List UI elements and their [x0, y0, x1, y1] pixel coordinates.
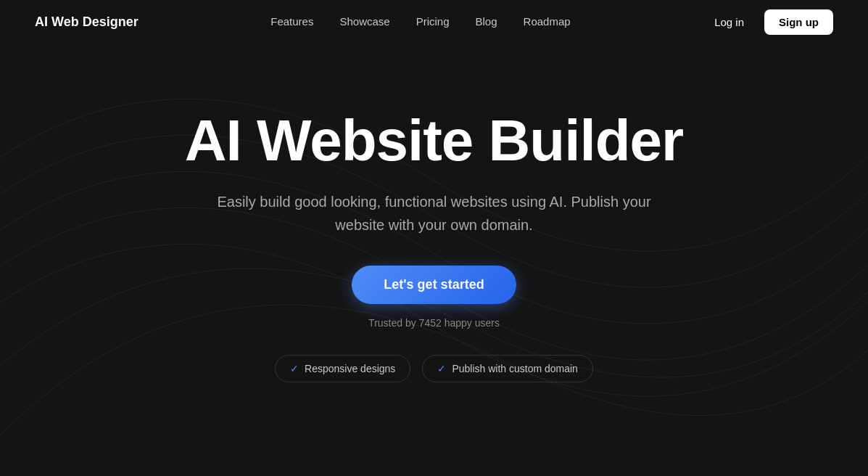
check-icon-responsive: ✓ — [290, 363, 299, 374]
nav-link-roadmap[interactable]: Roadmap — [524, 15, 571, 28]
hero-title: AI Website Builder — [185, 109, 683, 173]
nav-actions: Log in Sign up — [703, 9, 833, 35]
badge-responsive-label: Responsive designs — [305, 363, 395, 374]
nav-link-blog[interactable]: Blog — [476, 15, 497, 28]
nav-link-showcase[interactable]: Showcase — [339, 15, 389, 28]
badge-domain-label: Publish with custom domain — [452, 363, 578, 374]
badge-responsive: ✓ Responsive designs — [275, 355, 410, 382]
login-button[interactable]: Log in — [703, 10, 756, 34]
nav-link-pricing[interactable]: Pricing — [416, 15, 450, 28]
hero-subtitle: Easily build good looking, functional we… — [217, 190, 652, 237]
signup-button[interactable]: Sign up — [764, 9, 833, 35]
cta-button[interactable]: Let's get started — [352, 266, 516, 304]
feature-badges: ✓ Responsive designs ✓ Publish with cust… — [275, 355, 593, 382]
nav-link-features[interactable]: Features — [270, 15, 313, 28]
trusted-text: Trusted by 7452 happy users — [368, 317, 500, 329]
badge-domain: ✓ Publish with custom domain — [422, 355, 593, 382]
site-logo: AI Web Designer — [35, 15, 139, 30]
nav-links: Features Showcase Pricing Blog Roadmap — [270, 15, 570, 28]
hero-section: AI Website Builder Easily build good loo… — [0, 44, 868, 382]
check-icon-domain: ✓ — [437, 363, 446, 374]
navbar: AI Web Designer Features Showcase Pricin… — [0, 0, 868, 44]
